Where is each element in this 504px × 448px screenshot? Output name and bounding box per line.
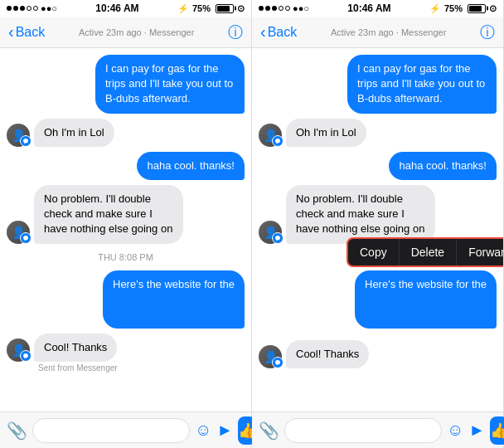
bubble-outgoing[interactable]: I can pay for gas for the trips and I'll… bbox=[347, 55, 497, 114]
back-label-right: Back bbox=[268, 25, 298, 40]
message-text: Here's the website for the bbox=[365, 278, 487, 290]
carrier-label-left: ●●○ bbox=[41, 3, 57, 13]
message-input-right[interactable] bbox=[284, 418, 442, 443]
messenger-badge bbox=[272, 357, 284, 368]
chat-area-left: I can pay for gas for the trips and I'll… bbox=[0, 48, 251, 411]
back-button-left[interactable]: ‹ Back bbox=[8, 22, 45, 41]
send-icon-left[interactable]: ► bbox=[216, 421, 233, 440]
messenger-badge bbox=[272, 232, 284, 244]
back-button-right[interactable]: ‹ Back bbox=[260, 22, 297, 41]
message-row: 👤 Oh I'm in Lol bbox=[7, 119, 245, 147]
message-row: 👤 No problem. I'll double check and make… bbox=[259, 185, 497, 244]
sent-label: Sent from Messenger bbox=[38, 363, 245, 373]
status-bar-right: ●●○ 10:46 AM ⚡ 75% ⊙ bbox=[252, 0, 503, 17]
nav-info-left: Active 23m ago · Messenger bbox=[45, 27, 228, 37]
message-text: Here's the website for the bbox=[113, 278, 235, 290]
message-text: Cool! Thanks bbox=[44, 341, 107, 353]
wifi-icon-right: ⊙ bbox=[489, 3, 497, 14]
battery-pct-right: 75% bbox=[444, 3, 463, 13]
message-input-left[interactable] bbox=[32, 418, 190, 443]
emoji-icon-left[interactable]: ☺ bbox=[195, 421, 211, 440]
copy-button[interactable]: Copy bbox=[348, 239, 400, 265]
bubble-incoming[interactable]: Oh I'm in Lol bbox=[286, 119, 366, 147]
message-text: I can pay for gas for the trips and I'll… bbox=[357, 62, 485, 105]
panel-left: ●●○ 10:46 AM ⚡ 75% ⊙ ‹ Back Active 23m a… bbox=[0, 0, 252, 448]
message-row: haha cool. thanks! bbox=[7, 152, 245, 180]
status-bar-left: ●●○ 10:46 AM ⚡ 75% ⊙ bbox=[0, 0, 251, 17]
bubble-incoming[interactable]: Cool! Thanks bbox=[286, 340, 369, 368]
message-text: haha cool. thanks! bbox=[147, 159, 235, 172]
delete-button[interactable]: Delete bbox=[400, 239, 457, 265]
message-text: Oh I'm in Lol bbox=[44, 126, 104, 139]
message-row: Copy Delete Forward Here's the website f… bbox=[259, 270, 497, 329]
forward-button[interactable]: Forward bbox=[457, 239, 503, 265]
timestamp: THU 8:08 PM bbox=[7, 252, 245, 262]
info-icon-left[interactable]: ⓘ bbox=[228, 22, 243, 42]
message-row: I can pay for gas for the trips and I'll… bbox=[259, 55, 497, 114]
carrier-label-right: ●●○ bbox=[293, 3, 309, 13]
time-right: 10:46 AM bbox=[347, 2, 390, 14]
message-row: haha cool. thanks! bbox=[259, 152, 497, 180]
message-text: No problem. I'll double check and make s… bbox=[44, 192, 172, 235]
bubble-incoming[interactable]: Oh I'm in Lol bbox=[34, 119, 114, 147]
battery-pct-left: 75% bbox=[192, 3, 211, 13]
message-row: 👤 Cool! Thanks bbox=[259, 340, 497, 368]
like-button-right[interactable]: 👍 bbox=[490, 416, 504, 445]
message-row: 👤 Oh I'm in Lol bbox=[259, 119, 497, 147]
bubble-incoming[interactable]: No problem. I'll double check and make s… bbox=[286, 185, 435, 244]
bubble-incoming[interactable]: No problem. I'll double check and make s… bbox=[34, 185, 183, 244]
message-text: haha cool. thanks! bbox=[399, 159, 487, 172]
attach-icon-right[interactable]: 📎 bbox=[259, 421, 279, 441]
time-left: 10:46 AM bbox=[95, 2, 138, 14]
chat-area-right: I can pay for gas for the trips and I'll… bbox=[252, 48, 503, 411]
message-row: 👤 Cool! Thanks bbox=[7, 334, 245, 362]
bubble-outgoing[interactable]: haha cool. thanks! bbox=[137, 152, 245, 180]
input-bar-left: 📎 ☺ ► 👍 bbox=[0, 411, 251, 448]
message-row: 👤 No problem. I'll double check and make… bbox=[7, 185, 245, 244]
bubble-outgoing[interactable]: haha cool. thanks! bbox=[389, 152, 497, 180]
messenger-badge bbox=[20, 135, 32, 147]
message-row: Here's the website for the bbox=[7, 270, 245, 329]
bubble-incoming[interactable]: Cool! Thanks bbox=[34, 334, 117, 362]
message-text: I can pay for gas for the trips and I'll… bbox=[105, 62, 233, 105]
message-text: Cool! Thanks bbox=[296, 348, 359, 360]
message-text: Oh I'm in Lol bbox=[296, 126, 356, 139]
messenger-badge bbox=[272, 135, 284, 147]
nav-info-right: Active 23m ago · Messenger bbox=[297, 27, 480, 37]
messenger-badge bbox=[20, 350, 32, 362]
bubble-outgoing-tall[interactable]: Here's the website for the bbox=[103, 270, 245, 329]
messenger-badge bbox=[20, 232, 32, 244]
bt-icon-right: ⚡ bbox=[429, 3, 441, 14]
message-text: No problem. I'll double check and make s… bbox=[296, 192, 424, 235]
info-icon-right[interactable]: ⓘ bbox=[480, 22, 495, 42]
back-label-left: Back bbox=[16, 25, 46, 40]
nav-bar-right: ‹ Back Active 23m ago · Messenger ⓘ bbox=[252, 17, 503, 48]
attach-icon-left[interactable]: 📎 bbox=[7, 421, 27, 441]
bubble-outgoing-tall[interactable]: Here's the website for the bbox=[355, 270, 497, 329]
input-bar-right: 📎 ☺ ► 👍 bbox=[252, 411, 503, 448]
message-with-menu: Copy Delete Forward Here's the website f… bbox=[355, 270, 497, 329]
emoji-icon-right[interactable]: ☺ bbox=[447, 421, 463, 440]
send-icon-right[interactable]: ► bbox=[468, 421, 485, 440]
panel-right: ●●○ 10:46 AM ⚡ 75% ⊙ ‹ Back Active 23m a… bbox=[252, 0, 504, 448]
wifi-icon-left: ⊙ bbox=[237, 3, 245, 14]
message-row: I can pay for gas for the trips and I'll… bbox=[7, 55, 245, 114]
nav-bar-left: ‹ Back Active 23m ago · Messenger ⓘ bbox=[0, 17, 251, 48]
bubble-outgoing[interactable]: I can pay for gas for the trips and I'll… bbox=[95, 55, 245, 114]
bt-icon-left: ⚡ bbox=[177, 3, 189, 14]
